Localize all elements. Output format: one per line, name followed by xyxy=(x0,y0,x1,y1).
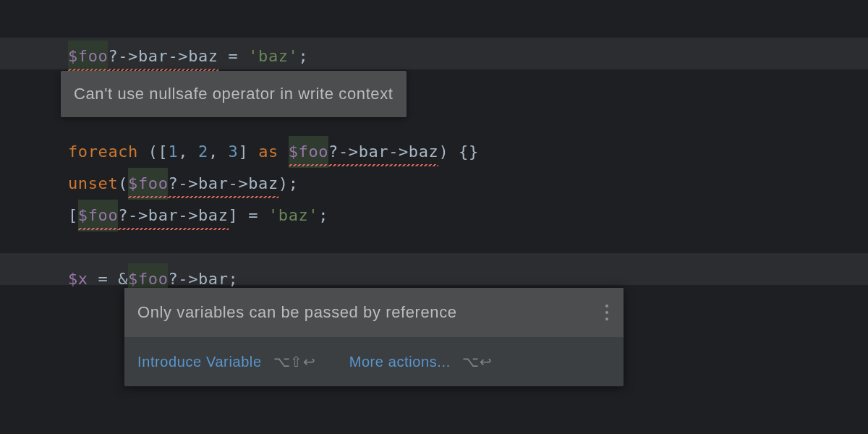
code-token: 2 xyxy=(198,142,208,161)
code-token: , xyxy=(178,142,198,161)
code-token: ?->bar->baz xyxy=(168,168,278,200)
code-token: as xyxy=(258,142,289,161)
code-token: 3 xyxy=(229,142,239,161)
code-line[interactable]: [$foo?->bar->baz] = 'baz'; xyxy=(68,200,868,231)
code-token: 1 xyxy=(168,142,178,161)
code-token: ; xyxy=(298,47,308,65)
code-token: ) {} xyxy=(438,142,478,161)
code-line[interactable]: $foo?->bar->baz = 'baz'; xyxy=(68,41,868,72)
intention-header: Only variables can be passed by referenc… xyxy=(124,288,624,337)
code-token: ([ xyxy=(148,142,169,161)
action-shortcut: ⌥↩ xyxy=(462,354,492,370)
code-line[interactable]: foreach ([1, 2, 3] as $foo?->bar->baz) {… xyxy=(68,136,868,168)
code-editor[interactable]: $foo?->bar->baz = 'baz'; foreach ([1, 2,… xyxy=(0,0,868,434)
intention-actions: Introduce Variable ⌥⇧↩ More actions... ⌥… xyxy=(124,337,624,386)
code-token: ?->bar->baz xyxy=(118,200,228,231)
code-token: [ xyxy=(68,206,78,224)
code-token: 'baz' xyxy=(268,206,318,224)
more-options-icon[interactable] xyxy=(600,305,613,320)
intention-action[interactable]: Introduce Variable ⌥⇧↩ xyxy=(137,347,316,376)
action-link: Introduce Variable xyxy=(137,354,262,370)
code-line[interactable] xyxy=(68,231,868,263)
code-token: $foo xyxy=(68,41,108,72)
error-tooltip: Can't use nullsafe operator in write con… xyxy=(61,71,407,117)
code-token: $foo xyxy=(289,136,328,168)
code-token: foreach xyxy=(68,142,148,161)
code-token: $x xyxy=(68,270,88,288)
code-token: $foo xyxy=(78,200,118,231)
code-token: 'baz' xyxy=(248,47,298,65)
code-token: = & xyxy=(88,270,128,288)
code-token: = xyxy=(218,47,249,65)
code-line[interactable]: unset($foo?->bar->baz); xyxy=(68,168,868,200)
code-token: ] = xyxy=(229,206,268,224)
code-area[interactable]: $foo?->bar->baz = 'baz'; foreach ([1, 2,… xyxy=(0,0,868,295)
code-token: ; xyxy=(318,206,328,224)
code-token: , xyxy=(208,142,229,161)
code-token: ( xyxy=(118,174,128,192)
code-token: $foo xyxy=(128,168,168,200)
intention-action[interactable]: More actions... ⌥↩ xyxy=(349,347,493,376)
intention-message: Only variables can be passed by referenc… xyxy=(137,303,457,321)
action-link: More actions... xyxy=(349,354,451,370)
code-token: ?->bar->baz xyxy=(328,136,438,168)
tooltip-text: Can't use nullsafe operator in write con… xyxy=(74,85,393,103)
code-token: ] xyxy=(238,142,258,161)
code-token: ; xyxy=(229,270,239,288)
code-token: ); xyxy=(278,174,299,192)
code-token: unset xyxy=(68,174,118,192)
intention-popup[interactable]: Only variables can be passed by referenc… xyxy=(124,288,624,386)
action-shortcut: ⌥⇧↩ xyxy=(273,354,316,370)
code-token: ?->bar->baz xyxy=(108,41,218,72)
